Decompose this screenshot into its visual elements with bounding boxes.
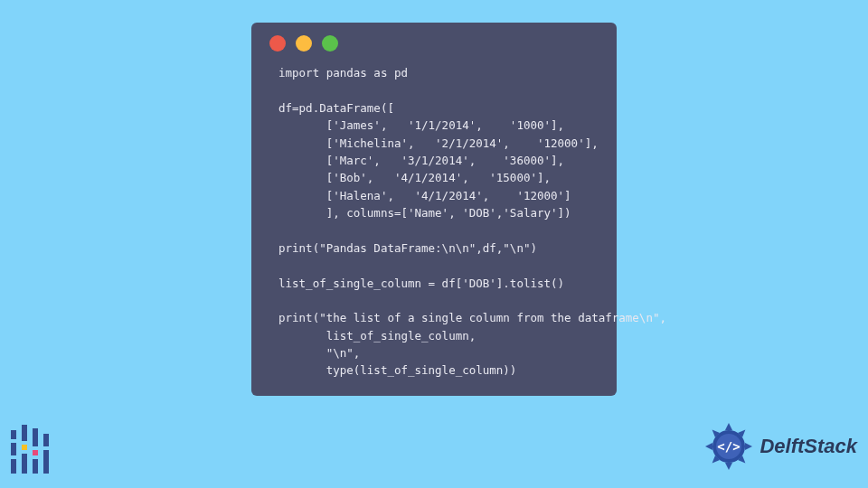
code-line: ['Marc', '3/1/2014', '36000'], [278, 154, 564, 167]
svg-text:</>: </> [718, 439, 741, 454]
code-block: import pandas as pd df=pd.DataFrame([ ['… [251, 57, 617, 380]
svg-rect-10 [43, 450, 49, 474]
code-line: ['Halena', '4/1/2014', '12000'] [278, 189, 571, 202]
svg-rect-5 [22, 454, 27, 474]
code-line: list_of_single_column, [278, 329, 476, 343]
svg-rect-3 [22, 425, 27, 441]
code-line: ], columns=['Name', 'DOB','Salary']) [278, 206, 571, 220]
svg-rect-2 [11, 459, 16, 474]
code-line: type(list_of_single_column)) [278, 363, 516, 377]
code-line: df=pd.DataFrame([ [278, 101, 394, 115]
brand-name: DelftStack [760, 435, 857, 458]
code-line: ['Bob', '4/1/2014', '15000'], [278, 171, 551, 184]
brand-medallion-icon: </> [703, 421, 754, 472]
svg-rect-4 [22, 445, 27, 450]
code-line: list_of_single_column = df['DOB'].tolist… [278, 277, 564, 290]
code-line: "\n", [278, 346, 360, 360]
code-line: import pandas as pd [278, 66, 408, 80]
code-line: ['James', '1/1/2014', '1000'], [278, 118, 564, 132]
brand-container: </> DelftStack [703, 421, 857, 472]
svg-rect-6 [33, 428, 38, 446]
code-window: import pandas as pd df=pd.DataFrame([ ['… [251, 23, 617, 396]
code-line: print("the list of a single column from … [278, 311, 666, 324]
svg-rect-1 [11, 443, 16, 455]
svg-rect-0 [11, 430, 16, 439]
minimize-icon[interactable] [296, 35, 312, 52]
bars-logo-icon [7, 425, 51, 479]
svg-rect-9 [43, 434, 49, 446]
close-icon[interactable] [269, 35, 286, 52]
window-titlebar [251, 23, 617, 57]
code-line: ['Michelina', '2/1/2014', '12000'], [278, 136, 599, 150]
svg-rect-8 [33, 459, 38, 474]
maximize-icon[interactable] [322, 35, 338, 52]
svg-rect-7 [33, 450, 38, 455]
code-line: print("Pandas DataFrame:\n\n",df,"\n") [278, 241, 537, 255]
